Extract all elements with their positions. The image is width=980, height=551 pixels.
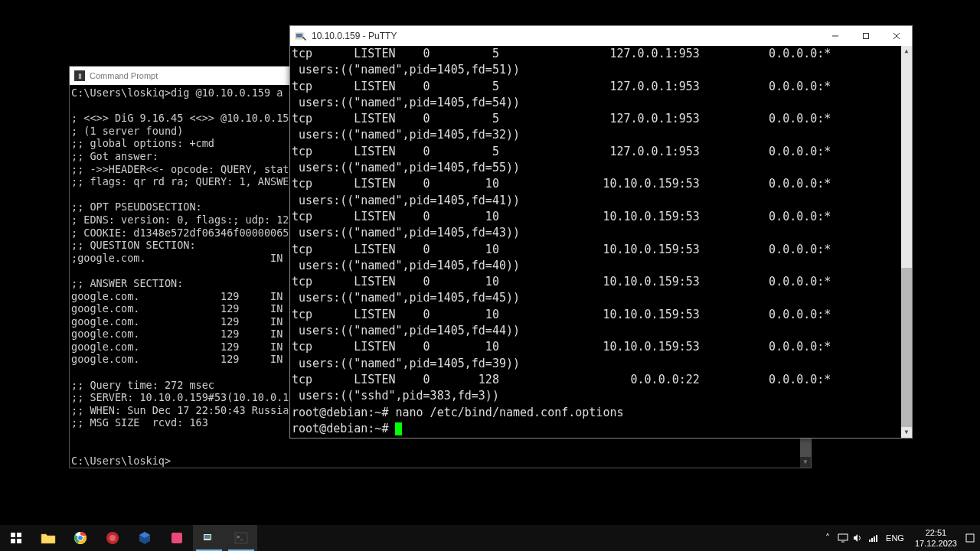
cmd-icon: ▮ (74, 70, 85, 81)
putty-scroll-down[interactable]: ▼ (901, 427, 912, 438)
svg-rect-3 (864, 34, 869, 39)
svg-rect-26 (966, 534, 974, 542)
minimize-button[interactable] (820, 26, 851, 46)
taskbar-app-pink[interactable] (161, 525, 193, 551)
start-button[interactable] (0, 525, 32, 551)
system-tray[interactable]: ˄ ENG 22:51 17.12.2023 (820, 525, 980, 551)
tray-chevron-icon[interactable]: ˄ (820, 525, 835, 551)
tray-language[interactable]: ENG (881, 533, 909, 543)
putty-icon (295, 30, 307, 42)
tray-notifications[interactable] (963, 525, 977, 551)
svg-rect-24 (874, 536, 875, 542)
svg-rect-6 (11, 533, 15, 537)
cmd-title: Command Prompt (90, 71, 158, 80)
tray-date: 17.12.2023 (915, 538, 957, 549)
taskbar[interactable]: >_ ˄ ENG 22:51 17.12.2023 (0, 525, 980, 551)
terminal-cursor (395, 422, 402, 435)
cmd-scroll-thumb[interactable] (800, 437, 811, 457)
putty-prompt: root@debian:~# (292, 406, 388, 419)
tray-volume-icon[interactable] (851, 525, 866, 551)
svg-text:>_: >_ (237, 534, 243, 540)
svg-rect-17 (204, 535, 211, 539)
svg-rect-1 (296, 34, 302, 37)
taskbar-virtualbox[interactable] (129, 525, 161, 551)
putty-prompt: root@debian:~# (292, 422, 388, 435)
svg-point-12 (78, 536, 83, 541)
tray-network-icon[interactable] (866, 525, 881, 551)
taskbar-putty[interactable] (193, 525, 225, 551)
cmd-line: C:\Users\loskiq>dig @10.10.0.159 a g (71, 86, 296, 99)
putty-title: 10.10.0.159 - PuTTY (312, 31, 820, 41)
svg-rect-22 (869, 540, 871, 542)
svg-point-14 (109, 535, 116, 541)
svg-rect-8 (11, 539, 15, 543)
close-button[interactable] (881, 26, 912, 46)
putty-window[interactable]: 10.10.0.159 - PuTTY tcp LISTEN 0 5 127.0… (289, 25, 913, 439)
taskbar-cmd[interactable]: >_ (225, 525, 257, 551)
putty-scrollbar[interactable]: ▲ ▼ (901, 46, 912, 438)
putty-scroll-thumb[interactable] (901, 268, 912, 429)
svg-rect-15 (172, 533, 182, 543)
tray-monitor-icon[interactable] (835, 525, 851, 551)
tray-clock[interactable]: 22:51 17.12.2023 (909, 527, 963, 549)
svg-rect-7 (17, 533, 21, 537)
svg-rect-23 (871, 538, 873, 542)
putty-titlebar[interactable]: 10.10.0.159 - PuTTY (290, 26, 912, 46)
svg-rect-20 (838, 534, 848, 540)
svg-rect-25 (876, 535, 877, 542)
putty-terminal-body[interactable]: tcp LISTEN 0 5 127.0.0.1:953 0.0.0.0:* u… (290, 46, 912, 438)
svg-rect-9 (17, 539, 21, 543)
putty-scroll-up[interactable]: ▲ (901, 46, 912, 57)
taskbar-chrome[interactable] (64, 525, 96, 551)
tray-time: 22:51 (915, 527, 957, 538)
maximize-button[interactable] (851, 26, 881, 46)
taskbar-file-explorer[interactable] (32, 525, 64, 551)
taskbar-app-red[interactable] (96, 525, 129, 551)
putty-command: nano /etc/bind/named.conf.options (395, 406, 623, 419)
cmd-scroll-down[interactable]: ▼ (800, 457, 811, 468)
